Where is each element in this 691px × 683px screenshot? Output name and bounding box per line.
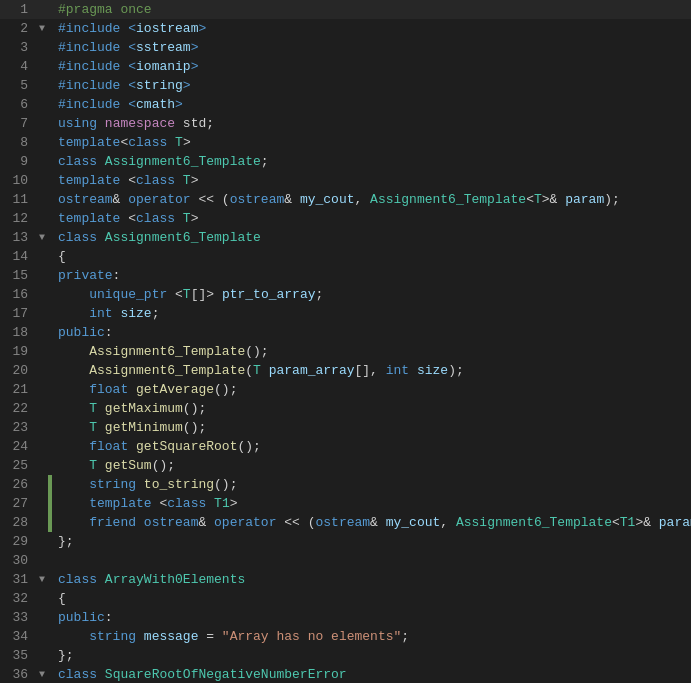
code-line: 13▼class Assignment6_Template bbox=[0, 228, 691, 247]
line-number: 30 bbox=[0, 551, 36, 570]
line-number: 32 bbox=[0, 589, 36, 608]
line-number: 17 bbox=[0, 304, 36, 323]
code-line: 3#include <sstream> bbox=[0, 38, 691, 57]
token-kw: ostream bbox=[144, 515, 199, 530]
token-punct: > bbox=[183, 135, 191, 150]
token-punct: }; bbox=[58, 648, 74, 663]
token-kw: class bbox=[58, 230, 97, 245]
token-punct: ( bbox=[245, 363, 253, 378]
token-class-name: Assignment6_Template bbox=[370, 192, 526, 207]
code-tokens: #include <sstream> bbox=[52, 38, 691, 57]
token-param: size bbox=[120, 306, 151, 321]
token-kw: template bbox=[58, 173, 120, 188]
token-punct bbox=[58, 515, 89, 530]
code-tokens: friend ostream& operator << (ostream& my… bbox=[52, 513, 691, 532]
code-line: 24 float getSquareRoot(); bbox=[0, 437, 691, 456]
token-param: my_cout bbox=[300, 192, 355, 207]
token-kw: class bbox=[58, 154, 97, 169]
line-number: 33 bbox=[0, 608, 36, 627]
token-punct bbox=[97, 401, 105, 416]
token-kw: #include bbox=[58, 78, 120, 93]
line-number: 25 bbox=[0, 456, 36, 475]
fold-icon bbox=[36, 437, 48, 456]
token-type-t: T bbox=[175, 135, 183, 150]
token-punct: : bbox=[113, 268, 121, 283]
token-inc: iomanip bbox=[136, 59, 191, 74]
token-punct bbox=[136, 629, 144, 644]
code-tokens: class Assignment6_Template bbox=[52, 228, 691, 247]
token-class-name: ArrayWith0Elements bbox=[105, 572, 245, 587]
token-str: "Array has no elements" bbox=[222, 629, 401, 644]
token-punct bbox=[58, 477, 89, 492]
token-punct: ); bbox=[604, 192, 620, 207]
fold-icon[interactable]: ▼ bbox=[36, 665, 48, 683]
code-line: 31▼class ArrayWith0Elements bbox=[0, 570, 691, 589]
token-punct bbox=[97, 230, 105, 245]
line-number: 16 bbox=[0, 285, 36, 304]
token-class-name: SquareRootOfNegativeNumberError bbox=[105, 667, 347, 682]
line-number: 34 bbox=[0, 627, 36, 646]
token-kw: using bbox=[58, 116, 97, 131]
line-number: 15 bbox=[0, 266, 36, 285]
fold-icon[interactable]: ▼ bbox=[36, 19, 48, 38]
fold-icon bbox=[36, 380, 48, 399]
code-tokens: public: bbox=[52, 323, 691, 342]
code-tokens: T getSum(); bbox=[52, 456, 691, 475]
token-punct bbox=[58, 306, 89, 321]
token-kw: ostream bbox=[230, 192, 285, 207]
token-punct: & bbox=[113, 192, 129, 207]
token-punct: & bbox=[198, 515, 214, 530]
code-tokens: float getAverage(); bbox=[52, 380, 691, 399]
code-tokens: Assignment6_Template(T param_array[], in… bbox=[52, 361, 691, 380]
token-punct bbox=[175, 211, 183, 226]
token-class-name: Assignment6_Template bbox=[105, 230, 261, 245]
token-kw: class bbox=[128, 135, 167, 150]
token-type-t: T bbox=[253, 363, 261, 378]
code-line: 19 Assignment6_Template(); bbox=[0, 342, 691, 361]
code-line: 25 T getSum(); bbox=[0, 456, 691, 475]
token-inc-bracket: < bbox=[128, 97, 136, 112]
token-fn: getSum bbox=[105, 458, 152, 473]
token-punct bbox=[58, 344, 89, 359]
token-punct: (); bbox=[183, 401, 206, 416]
fold-icon[interactable]: ▼ bbox=[36, 228, 48, 247]
token-punct: : bbox=[105, 325, 113, 340]
fold-icon[interactable]: ▼ bbox=[36, 570, 48, 589]
fold-icon bbox=[36, 247, 48, 266]
line-number: 8 bbox=[0, 133, 36, 152]
code-tokens: class ArrayWith0Elements bbox=[52, 570, 691, 589]
code-tokens: using namespace std; bbox=[52, 114, 691, 133]
token-punct: & bbox=[284, 192, 300, 207]
code-tokens: template <class T1> bbox=[52, 494, 691, 513]
code-tokens: #include <iostream> bbox=[52, 19, 691, 38]
code-tokens: #pragma once bbox=[52, 0, 691, 19]
line-number: 3 bbox=[0, 38, 36, 57]
line-number: 19 bbox=[0, 342, 36, 361]
code-line: 2▼#include <iostream> bbox=[0, 19, 691, 38]
code-line: 32{ bbox=[0, 589, 691, 608]
line-number: 22 bbox=[0, 399, 36, 418]
token-punct: ; bbox=[401, 629, 409, 644]
code-tokens: { bbox=[52, 589, 691, 608]
token-inc: cmath bbox=[136, 97, 175, 112]
token-punct: }; bbox=[58, 534, 74, 549]
token-kw: string bbox=[89, 629, 136, 644]
token-inc-bracket: < bbox=[128, 59, 136, 74]
fold-icon bbox=[36, 456, 48, 475]
token-kw: class bbox=[58, 572, 97, 587]
token-punct: > bbox=[230, 496, 238, 511]
line-number: 28 bbox=[0, 513, 36, 532]
token-inc-bracket: > bbox=[191, 40, 199, 55]
fold-icon bbox=[36, 38, 48, 57]
token-kw: public bbox=[58, 325, 105, 340]
code-line: 22 T getMaximum(); bbox=[0, 399, 691, 418]
token-kw: class bbox=[136, 211, 175, 226]
code-line: 20 Assignment6_Template(T param_array[],… bbox=[0, 361, 691, 380]
token-punct bbox=[97, 154, 105, 169]
token-kw: friend bbox=[89, 515, 136, 530]
token-type-t: T bbox=[89, 420, 97, 435]
token-punct bbox=[409, 363, 417, 378]
code-line: 26 string to_string(); bbox=[0, 475, 691, 494]
code-line: 23 T getMinimum(); bbox=[0, 418, 691, 437]
token-punct: >& bbox=[635, 515, 651, 530]
